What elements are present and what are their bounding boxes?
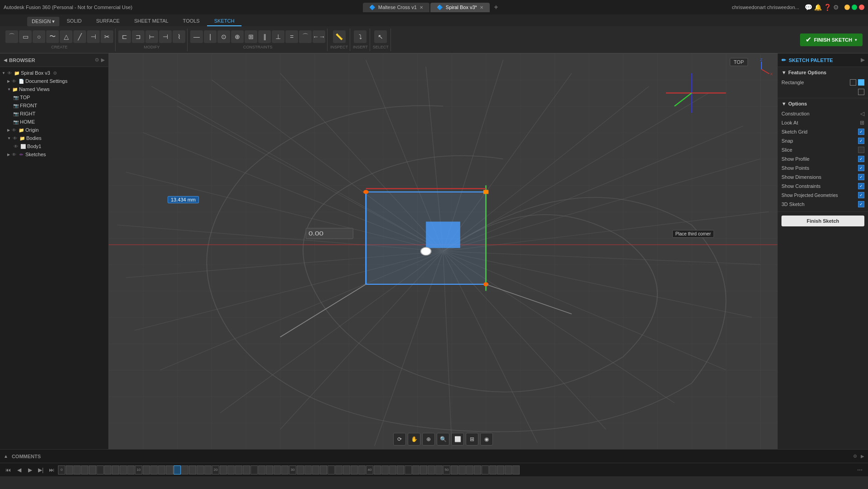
slice-checkbox[interactable] bbox=[858, 147, 864, 153]
tree-view-right[interactable]: 📷 RIGHT bbox=[0, 110, 108, 118]
eye-icon[interactable]: 👁 bbox=[11, 151, 17, 158]
timeline-frame-50[interactable]: 50 bbox=[443, 465, 450, 475]
timeline-frame-21[interactable] bbox=[220, 465, 227, 475]
view-cube-button[interactable]: ⬜ bbox=[451, 433, 464, 446]
timeline-frame-37[interactable] bbox=[343, 465, 350, 475]
tool-measure[interactable]: 📏 bbox=[333, 30, 346, 43]
show-constraints-checkbox[interactable]: ✓ bbox=[858, 183, 864, 189]
collapse-comments[interactable]: ▲ bbox=[4, 454, 8, 459]
look-at-button[interactable]: ⊞ bbox=[860, 120, 864, 126]
comments-expand-icon[interactable]: ▶ bbox=[861, 454, 864, 459]
eye-icon[interactable]: 👁 bbox=[11, 127, 17, 133]
timeline-frame-48[interactable] bbox=[428, 465, 435, 475]
tool-select[interactable]: ↖ bbox=[374, 30, 387, 43]
timeline-frame-18[interactable] bbox=[197, 465, 204, 475]
tool-polygon[interactable]: △ bbox=[60, 30, 72, 43]
tool-perp[interactable]: ⊥ bbox=[272, 30, 285, 43]
timeline-frame-31[interactable] bbox=[297, 465, 304, 475]
tree-sketches[interactable]: ▶ 👁 ✏ Sketches bbox=[0, 150, 108, 158]
tab-tools[interactable]: TOOLS bbox=[176, 16, 207, 26]
rect-outline-icon[interactable] bbox=[850, 79, 856, 86]
timeline-frame-49[interactable] bbox=[435, 465, 443, 475]
timeline-frame-30[interactable]: 30 bbox=[289, 465, 296, 475]
timeline-frame-15[interactable] bbox=[174, 465, 181, 475]
finish-sketch-toolbar-button[interactable]: ✔ FINISH SKETCH ▾ bbox=[800, 34, 863, 46]
tool-break[interactable]: ⌇ bbox=[173, 30, 185, 43]
eye-icon[interactable]: 👁 bbox=[12, 135, 18, 141]
snap-checkbox[interactable]: ✓ bbox=[858, 138, 864, 144]
minimize-button[interactable] bbox=[844, 5, 850, 10]
tab-surface[interactable]: SURFACE bbox=[89, 16, 127, 26]
bell-icon[interactable]: 🔔 bbox=[814, 4, 822, 11]
finish-sketch-button[interactable]: Finish Sketch bbox=[781, 216, 864, 226]
tool-midpoint[interactable]: ⊕ bbox=[231, 30, 244, 43]
tool-equal[interactable]: = bbox=[285, 30, 298, 43]
tool-scissors[interactable]: ✂ bbox=[101, 30, 113, 43]
settings-gear-icon[interactable]: ⚙ bbox=[53, 71, 57, 76]
tool-vertical[interactable]: | bbox=[204, 30, 217, 43]
tree-bodies[interactable]: ▼ 👁 📁 Bodies bbox=[0, 134, 108, 142]
tool-mirror[interactable]: ⊣ bbox=[87, 30, 100, 43]
timeline-frame-39[interactable] bbox=[358, 465, 366, 475]
timeline-frame-5[interactable] bbox=[96, 465, 104, 475]
tool-parallel[interactable]: ∥ bbox=[258, 30, 271, 43]
tool-extend[interactable]: ⊣ bbox=[159, 30, 172, 43]
browser-settings-icon[interactable]: ⚙ bbox=[95, 57, 99, 63]
tool-horizontal[interactable]: — bbox=[190, 30, 203, 43]
tool-circle[interactable]: ○ bbox=[33, 30, 45, 43]
rect-filled-icon[interactable] bbox=[858, 79, 864, 86]
close-tab-spiral[interactable]: ✕ bbox=[480, 5, 483, 10]
show-profile-checkbox[interactable]: ✓ bbox=[858, 156, 864, 162]
sketch-grid-checkbox[interactable]: ✓ bbox=[858, 129, 864, 135]
timeline-frame-24[interactable] bbox=[243, 465, 250, 475]
eye-icon[interactable]: 👁 bbox=[11, 78, 17, 84]
browser-expand-icon[interactable]: ▶ bbox=[101, 57, 105, 63]
timeline-frame-40[interactable]: 40 bbox=[366, 465, 373, 475]
tool-tangent[interactable]: ⌒ bbox=[299, 30, 312, 43]
timeline-frame-17[interactable] bbox=[189, 465, 196, 475]
timeline-frame-53[interactable] bbox=[466, 465, 473, 475]
timeline-frame-32[interactable] bbox=[304, 465, 312, 475]
timeline-frame-13[interactable] bbox=[158, 465, 165, 475]
tree-named-views[interactable]: ▼ 📁 Named Views bbox=[0, 85, 108, 93]
timeline-play-button[interactable]: ▶ bbox=[25, 465, 34, 475]
tree-view-front[interactable]: 📷 FRONT bbox=[0, 101, 108, 110]
timeline-frame-29[interactable] bbox=[281, 465, 289, 475]
zoom-button[interactable]: ⊕ bbox=[422, 433, 435, 446]
tool-offset[interactable]: ⊏ bbox=[118, 30, 131, 43]
tool-rect[interactable]: ▭ bbox=[19, 30, 32, 43]
timeline-frame-10[interactable]: 10 bbox=[135, 465, 142, 475]
close-button[interactable] bbox=[859, 5, 864, 10]
timeline-frame-3[interactable] bbox=[81, 465, 88, 475]
timeline-frame-45[interactable] bbox=[405, 465, 412, 475]
timeline-frame-6[interactable] bbox=[104, 465, 111, 475]
timeline-frame-51[interactable] bbox=[451, 465, 458, 475]
timeline-frame-4[interactable] bbox=[89, 465, 96, 475]
close-tab-maltese[interactable]: ✕ bbox=[420, 5, 423, 10]
timeline-frame-27[interactable] bbox=[266, 465, 273, 475]
tool-coincident[interactable]: ⊙ bbox=[217, 30, 230, 43]
timeline-frame-28[interactable] bbox=[274, 465, 281, 475]
timeline-frame-35[interactable] bbox=[328, 465, 335, 475]
design-dropdown[interactable]: DESIGN ▾ bbox=[27, 17, 59, 26]
timeline-prev-button[interactable]: ◀ bbox=[14, 465, 24, 475]
show-dimensions-checkbox[interactable]: ✓ bbox=[858, 174, 864, 180]
timeline-frame-1[interactable] bbox=[66, 465, 73, 475]
eye-icon[interactable]: 👁 bbox=[6, 70, 13, 76]
tree-spiral-box[interactable]: ▼ 👁 📁 Spiral Box v3 ⚙ bbox=[0, 69, 108, 77]
tree-origin[interactable]: ▶ 👁 📁 Origin bbox=[0, 126, 108, 134]
timeline-frame-34[interactable] bbox=[320, 465, 327, 475]
new-tab-button[interactable]: + bbox=[491, 2, 502, 13]
timeline-frame-46[interactable] bbox=[412, 465, 420, 475]
tab-maltese[interactable]: 🔷 Maltese Cross v1 ✕ bbox=[363, 3, 429, 12]
timeline-frame-55[interactable] bbox=[482, 465, 489, 475]
tree-body1[interactable]: 👁 ⬜ Body1 bbox=[0, 142, 108, 150]
show-points-checkbox[interactable]: ✓ bbox=[858, 165, 864, 171]
maximize-button[interactable] bbox=[852, 5, 857, 10]
timeline-frame-2[interactable] bbox=[73, 465, 81, 475]
timeline-end-button[interactable]: ⏭ bbox=[47, 465, 56, 475]
tool-spline[interactable]: 〜 bbox=[46, 30, 59, 43]
timeline-frame-36[interactable] bbox=[335, 465, 342, 475]
tree-view-top[interactable]: 📷 TOP bbox=[0, 93, 108, 101]
tool-insert[interactable]: ⤵ bbox=[354, 30, 366, 43]
